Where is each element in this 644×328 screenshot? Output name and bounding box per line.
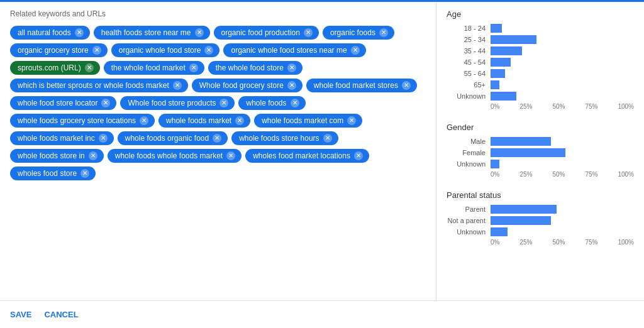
bar-track	[491, 205, 634, 214]
x-axis-label: 75%	[585, 239, 597, 246]
tag-label: all natural foods	[18, 28, 71, 37]
tag-remove-button[interactable]: ✕	[173, 81, 182, 90]
tag-remove-button[interactable]: ✕	[291, 99, 299, 107]
keyword-tag: whole foods✕	[238, 96, 305, 110]
tag-label: whole foods market com	[262, 116, 343, 125]
bar-track	[491, 137, 634, 146]
bar-chart: 18 - 2425 - 3435 - 4445 - 5455 - 6465+Un…	[447, 24, 634, 110]
tag-remove-button[interactable]: ✕	[347, 116, 356, 125]
tag-remove-button[interactable]: ✕	[354, 151, 363, 160]
keyword-tag: whole food market stores✕	[306, 79, 417, 92]
tag-remove-button[interactable]: ✕	[402, 81, 411, 90]
tag-label: organic food production	[221, 28, 300, 37]
bar-label: 35 - 44	[447, 47, 491, 55]
bar-label: 65+	[447, 81, 491, 89]
tag-label: whole foods grocery store locations	[18, 116, 136, 125]
tag-label: organic whole food store	[119, 46, 201, 55]
tag-remove-button[interactable]: ✕	[189, 63, 198, 72]
keyword-tag: organic foods✕	[323, 26, 394, 40]
x-axis-label: 0%	[491, 171, 499, 178]
keyword-tag: whole foods market✕	[158, 114, 250, 128]
keyword-tag: whole foods market inc✕	[10, 131, 114, 145]
keyword-tag: Whole food store products✕	[120, 96, 235, 110]
tag-label: whole foods store in	[18, 151, 85, 160]
bar-row: Male	[447, 137, 634, 146]
bar-row: Parent	[447, 205, 634, 214]
x-axis-label: 50%	[552, 171, 565, 178]
tag-remove-button[interactable]: ✕	[235, 116, 244, 125]
bar-row: Female	[447, 148, 634, 157]
bar-track	[491, 80, 634, 89]
bar-fill	[491, 69, 505, 78]
tag-remove-button[interactable]: ✕	[323, 134, 332, 143]
tag-remove-button[interactable]: ✕	[99, 134, 108, 143]
keyword-tag: organic whole food store✕	[111, 43, 220, 57]
tag-remove-button[interactable]: ✕	[379, 28, 388, 37]
tag-label: organic grocery store	[18, 46, 89, 55]
tag-label: whole foods whole foods market	[115, 151, 223, 160]
tag-remove-button[interactable]: ✕	[304, 28, 313, 37]
x-axis-label: 50%	[552, 103, 565, 110]
x-axis-label: 25%	[519, 239, 532, 246]
tag-label: organic foods	[330, 28, 375, 37]
bar-row: 18 - 24	[447, 24, 634, 33]
bar-track	[491, 35, 634, 44]
bar-row: 25 - 34	[447, 35, 634, 44]
keyword-tag: wholes food store✕	[10, 167, 96, 180]
cancel-button[interactable]: CANCEL	[44, 307, 78, 322]
chart-section: Parental statusParentNot a parentUnknown…	[447, 190, 634, 246]
tag-remove-button[interactable]: ✕	[89, 151, 97, 160]
bar-fill	[491, 46, 522, 55]
bar-label: 18 - 24	[447, 25, 491, 32]
keyword-tag: organic whole food stores near me✕	[223, 43, 365, 57]
tag-remove-button[interactable]: ✕	[204, 46, 213, 55]
x-axis: 0%25%50%75%100%	[491, 239, 634, 246]
tag-label: which is better sprouts or whole foods m…	[18, 81, 169, 90]
keyword-tag: whole food store locator✕	[10, 96, 116, 110]
x-axis-label: 100%	[618, 103, 634, 110]
bar-fill	[491, 35, 536, 44]
bar-row: Not a parent	[447, 216, 634, 225]
x-axis-label: 75%	[585, 103, 597, 110]
bar-track	[491, 58, 634, 67]
tag-remove-button[interactable]: ✕	[140, 116, 148, 125]
chart-section: GenderMaleFemaleUnknown0%25%50%75%100%	[447, 123, 634, 178]
tag-label: health foods store near me	[101, 28, 191, 37]
tag-remove-button[interactable]: ✕	[287, 63, 296, 72]
tag-label: whole foods store hours	[239, 134, 319, 143]
tag-remove-button[interactable]: ✕	[92, 46, 101, 55]
x-axis-label: 100%	[618, 239, 634, 246]
tag-remove-button[interactable]: ✕	[80, 169, 89, 178]
bar-fill	[491, 227, 508, 236]
bar-row: 55 - 64	[447, 69, 634, 78]
tag-label: whole foods market	[166, 116, 231, 125]
bar-fill	[491, 216, 551, 225]
keyword-tag: sprouts.com (URL)✕	[10, 61, 100, 75]
tag-remove-button[interactable]: ✕	[75, 28, 84, 37]
tag-remove-button[interactable]: ✕	[213, 134, 221, 143]
tag-remove-button[interactable]: ✕	[287, 81, 296, 90]
tag-remove-button[interactable]: ✕	[219, 99, 228, 107]
keyword-tag: which is better sprouts or whole foods m…	[10, 79, 188, 92]
x-axis-label: 25%	[519, 171, 532, 178]
tag-remove-button[interactable]: ✕	[85, 63, 94, 72]
bar-label: Unknown	[447, 92, 491, 100]
save-button[interactable]: SAVE	[10, 307, 31, 322]
bar-row: Unknown	[447, 160, 634, 168]
tag-label: sprouts.com (URL)	[18, 63, 81, 72]
tag-remove-button[interactable]: ✕	[195, 28, 204, 37]
bar-fill	[491, 24, 502, 33]
x-axis-label: 75%	[585, 171, 597, 178]
x-axis: 0%25%50%75%100%	[491, 171, 634, 178]
tag-remove-button[interactable]: ✕	[351, 46, 360, 55]
x-axis-label: 50%	[552, 239, 565, 246]
bar-fill	[491, 148, 565, 157]
chart-section: Age18 - 2425 - 3435 - 4445 - 5455 - 6465…	[447, 9, 634, 110]
tag-remove-button[interactable]: ✕	[226, 151, 235, 160]
chart-title: Parental status	[447, 190, 634, 200]
tag-remove-button[interactable]: ✕	[101, 99, 110, 107]
tag-label: wholes food store	[18, 169, 77, 178]
bar-label: Unknown	[447, 228, 491, 236]
bar-row: 45 - 54	[447, 58, 634, 67]
tag-label: organic whole food stores near me	[231, 46, 347, 55]
